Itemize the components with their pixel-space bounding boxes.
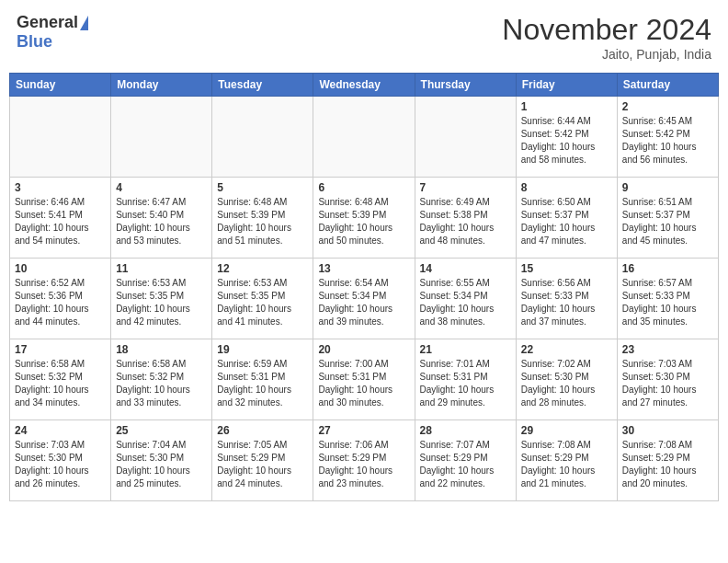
day-cell-27: 27Sunrise: 7:06 AM Sunset: 5:29 PM Dayli… bbox=[313, 420, 415, 501]
day-info: Sunrise: 6:55 AM Sunset: 5:34 PM Dayligh… bbox=[420, 277, 511, 328]
day-info: Sunrise: 7:03 AM Sunset: 5:30 PM Dayligh… bbox=[15, 439, 106, 490]
day-cell-17: 17Sunrise: 6:58 AM Sunset: 5:32 PM Dayli… bbox=[10, 339, 111, 420]
empty-cell bbox=[111, 97, 212, 178]
day-number: 30 bbox=[622, 424, 713, 437]
day-number: 5 bbox=[217, 181, 308, 194]
week-row-3: 10Sunrise: 6:52 AM Sunset: 5:36 PM Dayli… bbox=[10, 259, 719, 339]
day-info: Sunrise: 6:57 AM Sunset: 5:33 PM Dayligh… bbox=[622, 277, 713, 328]
day-info: Sunrise: 6:48 AM Sunset: 5:39 PM Dayligh… bbox=[318, 196, 409, 247]
logo-general-text: General bbox=[17, 13, 78, 32]
day-info: Sunrise: 6:59 AM Sunset: 5:31 PM Dayligh… bbox=[217, 358, 308, 409]
weekday-header-row: SundayMondayTuesdayWednesdayThursdayFrid… bbox=[10, 74, 719, 97]
weekday-header-friday: Friday bbox=[516, 74, 617, 97]
day-number: 29 bbox=[521, 424, 612, 437]
day-number: 26 bbox=[217, 424, 308, 437]
day-number: 28 bbox=[420, 424, 511, 437]
day-info: Sunrise: 6:45 AM Sunset: 5:42 PM Dayligh… bbox=[622, 115, 713, 167]
day-info: Sunrise: 7:06 AM Sunset: 5:29 PM Dayligh… bbox=[318, 439, 409, 490]
day-info: Sunrise: 7:04 AM Sunset: 5:30 PM Dayligh… bbox=[116, 439, 207, 490]
empty-cell bbox=[415, 97, 516, 178]
day-number: 21 bbox=[420, 343, 511, 356]
day-number: 27 bbox=[318, 424, 409, 437]
weekday-header-monday: Monday bbox=[111, 74, 212, 97]
day-cell-5: 5Sunrise: 6:48 AM Sunset: 5:39 PM Daylig… bbox=[212, 178, 313, 259]
day-cell-22: 22Sunrise: 7:02 AM Sunset: 5:30 PM Dayli… bbox=[516, 339, 617, 420]
day-info: Sunrise: 6:56 AM Sunset: 5:33 PM Dayligh… bbox=[521, 277, 612, 328]
day-info: Sunrise: 6:48 AM Sunset: 5:39 PM Dayligh… bbox=[217, 196, 308, 247]
day-number: 9 bbox=[622, 181, 713, 194]
weekday-header-saturday: Saturday bbox=[617, 74, 718, 97]
day-info: Sunrise: 7:02 AM Sunset: 5:30 PM Dayligh… bbox=[521, 358, 612, 409]
week-row-1: 1Sunrise: 6:44 AM Sunset: 5:42 PM Daylig… bbox=[10, 97, 719, 178]
day-cell-30: 30Sunrise: 7:08 AM Sunset: 5:29 PM Dayli… bbox=[617, 420, 718, 501]
day-info: Sunrise: 6:54 AM Sunset: 5:34 PM Dayligh… bbox=[318, 277, 409, 328]
empty-cell bbox=[10, 97, 111, 178]
day-number: 23 bbox=[622, 343, 713, 356]
day-number: 22 bbox=[521, 343, 612, 356]
weekday-header-sunday: Sunday bbox=[10, 74, 111, 97]
day-number: 8 bbox=[521, 181, 612, 194]
day-info: Sunrise: 6:51 AM Sunset: 5:37 PM Dayligh… bbox=[622, 196, 713, 247]
day-cell-19: 19Sunrise: 6:59 AM Sunset: 5:31 PM Dayli… bbox=[212, 339, 313, 420]
day-info: Sunrise: 6:52 AM Sunset: 5:36 PM Dayligh… bbox=[15, 277, 106, 328]
weekday-header-wednesday: Wednesday bbox=[313, 74, 415, 97]
day-cell-14: 14Sunrise: 6:55 AM Sunset: 5:34 PM Dayli… bbox=[415, 259, 516, 339]
day-number: 16 bbox=[622, 262, 713, 275]
day-cell-15: 15Sunrise: 6:56 AM Sunset: 5:33 PM Dayli… bbox=[516, 259, 617, 339]
logo-blue-text: Blue bbox=[17, 32, 52, 52]
week-row-5: 24Sunrise: 7:03 AM Sunset: 5:30 PM Dayli… bbox=[10, 420, 719, 501]
title-area: November 2024 Jaito, Punjab, India bbox=[502, 13, 711, 62]
day-number: 10 bbox=[15, 262, 106, 275]
logo-triangle-icon bbox=[80, 16, 88, 30]
day-info: Sunrise: 7:00 AM Sunset: 5:31 PM Dayligh… bbox=[318, 358, 409, 409]
day-number: 4 bbox=[116, 181, 207, 194]
day-cell-7: 7Sunrise: 6:49 AM Sunset: 5:38 PM Daylig… bbox=[415, 178, 516, 259]
day-number: 2 bbox=[622, 100, 713, 113]
day-number: 18 bbox=[116, 343, 207, 356]
day-cell-20: 20Sunrise: 7:00 AM Sunset: 5:31 PM Dayli… bbox=[313, 339, 415, 420]
day-cell-10: 10Sunrise: 6:52 AM Sunset: 5:36 PM Dayli… bbox=[10, 259, 111, 339]
calendar-table: SundayMondayTuesdayWednesdayThursdayFrid… bbox=[9, 73, 719, 501]
day-number: 13 bbox=[318, 262, 409, 275]
day-info: Sunrise: 7:08 AM Sunset: 5:29 PM Dayligh… bbox=[521, 439, 612, 490]
day-number: 11 bbox=[116, 262, 207, 275]
day-cell-12: 12Sunrise: 6:53 AM Sunset: 5:35 PM Dayli… bbox=[212, 259, 313, 339]
day-info: Sunrise: 7:03 AM Sunset: 5:30 PM Dayligh… bbox=[622, 358, 713, 409]
day-info: Sunrise: 6:46 AM Sunset: 5:41 PM Dayligh… bbox=[15, 196, 106, 247]
day-number: 24 bbox=[15, 424, 106, 437]
day-number: 1 bbox=[521, 100, 612, 113]
day-number: 12 bbox=[217, 262, 308, 275]
day-cell-1: 1Sunrise: 6:44 AM Sunset: 5:42 PM Daylig… bbox=[516, 97, 617, 178]
day-cell-2: 2Sunrise: 6:45 AM Sunset: 5:42 PM Daylig… bbox=[617, 97, 718, 178]
day-number: 14 bbox=[420, 262, 511, 275]
empty-cell bbox=[212, 97, 313, 178]
month-title: November 2024 bbox=[502, 13, 711, 47]
day-cell-21: 21Sunrise: 7:01 AM Sunset: 5:31 PM Dayli… bbox=[415, 339, 516, 420]
day-info: Sunrise: 7:08 AM Sunset: 5:29 PM Dayligh… bbox=[622, 439, 713, 490]
day-info: Sunrise: 7:01 AM Sunset: 5:31 PM Dayligh… bbox=[420, 358, 511, 409]
week-row-4: 17Sunrise: 6:58 AM Sunset: 5:32 PM Dayli… bbox=[10, 339, 719, 420]
weekday-header-tuesday: Tuesday bbox=[212, 74, 313, 97]
day-info: Sunrise: 7:05 AM Sunset: 5:29 PM Dayligh… bbox=[217, 439, 308, 490]
day-cell-24: 24Sunrise: 7:03 AM Sunset: 5:30 PM Dayli… bbox=[10, 420, 111, 501]
day-cell-3: 3Sunrise: 6:46 AM Sunset: 5:41 PM Daylig… bbox=[10, 178, 111, 259]
day-info: Sunrise: 6:50 AM Sunset: 5:37 PM Dayligh… bbox=[521, 196, 612, 247]
day-cell-6: 6Sunrise: 6:48 AM Sunset: 5:39 PM Daylig… bbox=[313, 178, 415, 259]
day-cell-29: 29Sunrise: 7:08 AM Sunset: 5:29 PM Dayli… bbox=[516, 420, 617, 501]
day-number: 19 bbox=[217, 343, 308, 356]
day-number: 6 bbox=[318, 181, 409, 194]
day-cell-18: 18Sunrise: 6:58 AM Sunset: 5:32 PM Dayli… bbox=[111, 339, 212, 420]
logo: General Blue bbox=[17, 13, 88, 52]
day-info: Sunrise: 6:49 AM Sunset: 5:38 PM Dayligh… bbox=[420, 196, 511, 247]
day-info: Sunrise: 6:44 AM Sunset: 5:42 PM Dayligh… bbox=[521, 115, 612, 167]
day-info: Sunrise: 6:58 AM Sunset: 5:32 PM Dayligh… bbox=[15, 358, 106, 409]
day-number: 7 bbox=[420, 181, 511, 194]
day-cell-11: 11Sunrise: 6:53 AM Sunset: 5:35 PM Dayli… bbox=[111, 259, 212, 339]
day-info: Sunrise: 6:53 AM Sunset: 5:35 PM Dayligh… bbox=[217, 277, 308, 328]
week-row-2: 3Sunrise: 6:46 AM Sunset: 5:41 PM Daylig… bbox=[10, 178, 719, 259]
empty-cell bbox=[313, 97, 415, 178]
day-cell-4: 4Sunrise: 6:47 AM Sunset: 5:40 PM Daylig… bbox=[111, 178, 212, 259]
day-cell-8: 8Sunrise: 6:50 AM Sunset: 5:37 PM Daylig… bbox=[516, 178, 617, 259]
day-cell-23: 23Sunrise: 7:03 AM Sunset: 5:30 PM Dayli… bbox=[617, 339, 718, 420]
day-cell-28: 28Sunrise: 7:07 AM Sunset: 5:29 PM Dayli… bbox=[415, 420, 516, 501]
